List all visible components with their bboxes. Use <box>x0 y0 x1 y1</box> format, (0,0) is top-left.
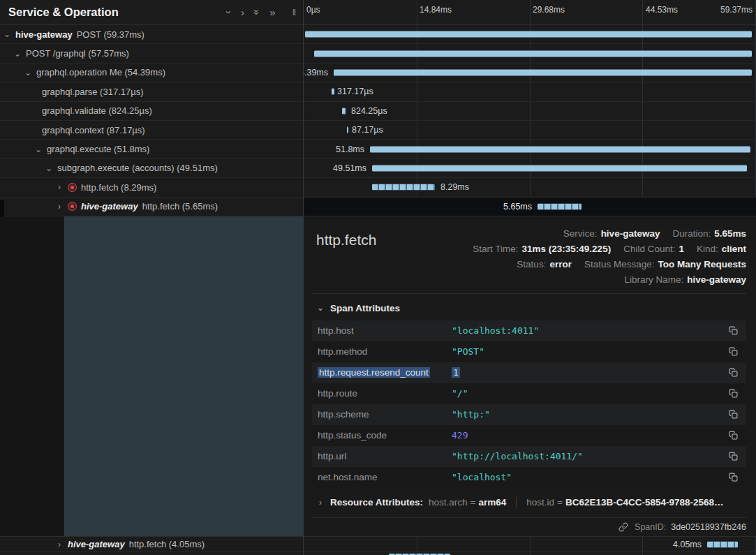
equals-sign: = <box>557 497 563 508</box>
expand-caret-icon[interactable]: ⌄ <box>13 50 22 58</box>
expand-all-icon[interactable]: » <box>269 7 275 17</box>
tree-header-icons: › › » » ‖ <box>228 7 299 17</box>
link-icon[interactable] <box>617 521 630 533</box>
detail-indent-column <box>0 216 304 536</box>
span-id-bar: SpanID: 3de02518937fb246 <box>304 518 756 536</box>
span-bar[interactable] <box>347 127 348 133</box>
span-operation: POST (59.37ms) <box>77 29 144 40</box>
copy-icon[interactable] <box>727 429 739 441</box>
attribute-row: http.method "POST" <box>312 341 746 362</box>
span-timeline <box>304 552 756 555</box>
span-tree-item[interactable]: › hive-gateway http.fetch (5.65ms) <box>0 198 304 216</box>
divider <box>312 293 746 294</box>
tree-header: Service & Operation › › » » ‖ <box>0 0 304 24</box>
attribute-key: http.request.resend_count <box>318 367 452 378</box>
service-label: Service: <box>563 228 598 239</box>
attribute-key: http.status_code <box>318 430 452 441</box>
time-tick-label: 59.37ms <box>720 5 753 15</box>
span-tree-item[interactable]: graphql.context (87.17µs) <box>0 121 304 139</box>
span-duration-label: 49.51ms <box>333 163 366 173</box>
span-tree-item[interactable]: graphql.validate (824.25µs) <box>0 102 304 120</box>
expand-one-icon[interactable]: › <box>241 7 244 17</box>
span-duration-label: 317.17µs <box>337 87 373 96</box>
expand-caret-icon[interactable]: ⌄ <box>3 30 11 38</box>
attribute-row: http.url "http://localhost:4011/" <box>312 446 746 467</box>
resource-attributes-row[interactable]: › Resource Attributes: host.arch=arm64 h… <box>316 495 746 510</box>
span-rows: ⌄ hive-gateway POST (59.37ms) ⌄ POST /gr… <box>0 25 756 216</box>
expand-caret-icon[interactable]: ⌄ <box>45 164 53 172</box>
span-operation: http.fetch (4.05ms) <box>129 539 205 549</box>
span-row-partial <box>0 552 756 555</box>
copy-icon[interactable] <box>727 346 739 357</box>
span-duration-label: 51.8ms <box>336 145 364 154</box>
expand-caret-icon[interactable]: › <box>55 540 64 549</box>
expand-caret-icon[interactable]: ⌄ <box>34 145 43 154</box>
span-attributes-title: Span Attributes <box>330 303 400 313</box>
trace-viewer: Service & Operation › › » » ‖ 0µs 14.84m… <box>0 0 756 555</box>
span-row: ⌄ POST /graphql (57.57ms) <box>0 44 756 63</box>
collapse-all-icon[interactable]: » <box>252 9 262 15</box>
copy-icon[interactable] <box>727 471 739 483</box>
expand-caret-icon[interactable]: ⌄ <box>24 68 32 77</box>
expand-caret-icon[interactable]: › <box>55 202 64 211</box>
span-timeline: 4.05ms <box>304 537 756 552</box>
attribute-value: "localhost" <box>452 472 727 482</box>
time-axis: 0µs 14.84ms 29.68ms 44.53ms 59.37ms <box>304 0 756 24</box>
span-bar[interactable] <box>372 184 435 191</box>
detail-region: http.fetch Service:hive-gateway Duration… <box>0 216 756 536</box>
status-value: error <box>549 259 572 269</box>
span-tree-item[interactable]: › hive-gateway http.fetch (4.05ms) <box>0 537 304 552</box>
start-time-value: 31ms (23:35:49.225) <box>522 244 612 254</box>
span-bar[interactable] <box>342 108 346 114</box>
detail-header: http.fetch Service:hive-gateway Duration… <box>304 216 756 293</box>
span-bar[interactable] <box>305 31 752 38</box>
collapse-one-icon[interactable]: › <box>224 10 235 14</box>
span-bar[interactable] <box>332 89 334 95</box>
span-row-selected: › hive-gateway http.fetch (5.65ms) 5.65m… <box>0 198 756 216</box>
expand-caret-icon[interactable]: › <box>55 183 64 191</box>
copy-icon[interactable] <box>727 325 739 336</box>
span-bar[interactable] <box>314 50 752 57</box>
library-name-label: Library Name: <box>624 274 683 285</box>
span-timeline: 54.39ms <box>304 64 756 82</box>
span-bar[interactable] <box>707 541 738 547</box>
duration-label: Duration: <box>672 228 711 239</box>
attribute-value: "localhost:4011" <box>452 325 727 336</box>
column-resize-handle[interactable]: ‖ <box>292 7 297 17</box>
status-message-label: Status Message: <box>584 259 655 269</box>
span-row: › hive-gateway http.fetch (4.05ms) 4.05m… <box>0 537 756 552</box>
span-attributes-header[interactable]: ⌄ Span Attributes <box>316 303 746 313</box>
span-tree-item[interactable]: ⌄ subgraph.execute (accounts) (49.51ms) <box>0 159 304 177</box>
span-tree-item[interactable]: ⌄ graphql.execute (51.8ms) <box>0 140 304 158</box>
span-bar[interactable] <box>370 146 750 152</box>
span-tree-item[interactable]: ⌄ POST /graphql (57.57ms) <box>0 44 304 62</box>
start-time-label: Start Time: <box>473 244 518 254</box>
span-service: hive-gateway <box>81 201 138 212</box>
attribute-row: http.request.resend_count 1 <box>312 362 746 383</box>
error-icon <box>68 202 77 211</box>
span-service: hive-gateway <box>15 29 73 40</box>
span-bar[interactable] <box>538 203 581 209</box>
copy-icon[interactable] <box>727 408 739 420</box>
meta-line: Status:error Status Message:Too Many Req… <box>517 257 746 272</box>
span-tree-item[interactable]: ⌄ graphql.operation Me (54.39ms) <box>0 64 304 82</box>
span-tree-item[interactable]: ⌄ hive-gateway POST (59.37ms) <box>0 25 304 43</box>
meta-line: Start Time:31ms (23:35:49.225) Child Cou… <box>473 242 746 257</box>
attribute-value: "/" <box>452 388 727 399</box>
span-row: graphql.validate (824.25µs) 824.25µs <box>0 102 756 121</box>
copy-icon[interactable] <box>727 387 739 399</box>
section-caret-icon[interactable]: ⌄ <box>316 304 325 312</box>
top-bar: Service & Operation › › » » ‖ 0µs 14.84m… <box>0 0 756 25</box>
attribute-key: net.host.name <box>318 472 452 482</box>
span-row: ⌄ hive-gateway POST (59.37ms) <box>0 25 756 44</box>
span-bar[interactable] <box>372 165 747 171</box>
section-caret-icon[interactable]: › <box>316 498 325 507</box>
copy-icon[interactable] <box>727 450 739 462</box>
span-operation: graphql.parse (317.17µs) <box>42 87 144 97</box>
copy-icon[interactable] <box>727 367 739 378</box>
span-tree-item[interactable]: graphql.parse (317.17µs) <box>0 82 304 101</box>
span-tree-item[interactable]: › http.fetch (8.29ms) <box>0 178 304 196</box>
span-bar[interactable] <box>334 69 752 75</box>
attribute-key: http.route <box>318 388 452 399</box>
resource-value: arm64 <box>478 497 506 508</box>
